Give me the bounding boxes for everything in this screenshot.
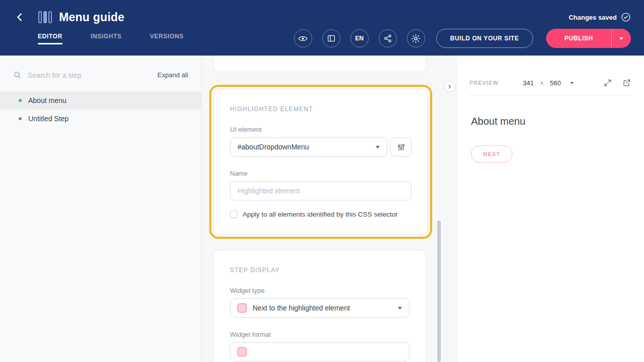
previous-card-partial: [213, 56, 426, 72]
header-tabs-row: EDITOR INSIGHTS VERSIONS: [0, 27, 644, 49]
language-button[interactable]: EN: [350, 29, 369, 47]
tooltip-widget-icon: [238, 347, 247, 356]
preview-eye-button[interactable]: [294, 29, 312, 47]
top-bar: Menu guide Changes saved EDITOR INSIGHTS…: [0, 0, 644, 56]
ui-element-label: UI element: [230, 126, 412, 133]
language-label: EN: [355, 35, 364, 42]
ui-element-select[interactable]: #aboutDropdownMenu: [230, 137, 387, 157]
chevron-down-icon: [570, 82, 574, 84]
search-step-input[interactable]: [28, 71, 157, 79]
step-item-untitled-step[interactable]: Untitled Step: [0, 110, 201, 128]
search-icon: [13, 71, 22, 79]
step-label: About menu: [28, 96, 67, 105]
section-title: HIGHLIGHTED ELEMENT: [230, 106, 412, 113]
preview-panel: PREVIEW 341 x 560 About menu NEXT: [456, 56, 644, 362]
preview-next-button[interactable]: NEXT: [471, 145, 512, 163]
widget-format-select[interactable]: [230, 342, 409, 361]
header-title-row: Menu guide Changes saved: [0, 0, 644, 27]
steps-list: About menu Untitled Step: [0, 91, 201, 128]
highlighted-element-card: HIGHLIGHTED ELEMENT UI element #aboutDro…: [213, 89, 428, 235]
build-on-your-site-button[interactable]: BUILD ON YOUR SITE: [436, 29, 534, 48]
selector-settings-button[interactable]: [390, 137, 412, 157]
chevron-down-icon: [376, 146, 380, 148]
chevron-down-icon: [619, 37, 623, 40]
ui-element-value: #aboutDropdownMenu: [238, 143, 309, 151]
tab-editor[interactable]: EDITOR: [38, 33, 63, 44]
gear-icon: [411, 34, 421, 43]
section-title: STEP DISPLAY: [230, 267, 409, 274]
publish-button[interactable]: PUBLISH: [546, 29, 631, 48]
chevron-right-icon: [447, 84, 452, 89]
highlighted-element-focus-ring: HIGHLIGHTED ELEMENT UI element #aboutDro…: [209, 85, 432, 239]
steps-sidebar: Expand all About menu Untitled Step: [0, 56, 202, 362]
highlighted-element-name-input[interactable]: [230, 181, 412, 200]
preview-body: About menu NEXT: [457, 95, 644, 183]
layout-panel-button[interactable]: [322, 29, 340, 47]
chevron-left-icon: [14, 12, 25, 23]
chevron-down-icon: [398, 307, 402, 309]
preview-size-separator: x: [540, 79, 543, 86]
preview-size-select[interactable]: 341 x 560: [523, 79, 574, 87]
open-in-new-tab-button[interactable]: [623, 79, 631, 87]
page-title: Menu guide: [59, 11, 125, 24]
layout-panel-icon: [327, 34, 336, 43]
apply-all-row: Apply to all elements identified by this…: [230, 211, 412, 218]
step-status-dot: [19, 117, 22, 120]
expand-icon: [604, 79, 612, 87]
share-button[interactable]: [379, 29, 397, 47]
expand-preview-button[interactable]: [604, 79, 612, 87]
expand-all-link[interactable]: Expand all: [157, 71, 188, 79]
step-label: Untitled Step: [28, 115, 69, 123]
widget-type-value: Next to the highlighted element: [253, 304, 350, 312]
step-status-dot: [19, 99, 22, 102]
widget-type-label: Widget type: [230, 287, 409, 294]
widget-format-label: Widget format: [230, 331, 409, 338]
apply-all-label: Apply to all elements identified by this…: [243, 211, 398, 218]
tab-versions[interactable]: VERSIONS: [150, 33, 184, 44]
step-item-about-menu[interactable]: About menu: [0, 91, 201, 110]
sliders-icon: [397, 143, 405, 151]
tab-insights[interactable]: INSIGHTS: [91, 33, 122, 44]
publish-dropdown-toggle[interactable]: [612, 37, 631, 40]
header-actions: EN BUILD ON YOUR SITE PUBLISH: [284, 29, 631, 48]
collapse-preview-button[interactable]: [444, 81, 455, 92]
external-link-icon: [623, 79, 631, 87]
changes-saved-status: Changes saved: [569, 12, 631, 22]
preview-label: PREVIEW: [470, 80, 499, 86]
step-search-row: Expand all: [0, 56, 201, 87]
check-circle-icon: [621, 12, 631, 22]
preview-height: 560: [550, 79, 561, 87]
publish-label: PUBLISH: [546, 35, 611, 42]
share-icon: [383, 34, 392, 43]
changes-saved-label: Changes saved: [569, 14, 617, 21]
name-label: Name: [230, 170, 412, 177]
back-button[interactable]: [13, 11, 26, 24]
preview-width: 341: [523, 79, 534, 87]
header-tabs: EDITOR INSIGHTS VERSIONS: [38, 33, 184, 44]
app-logo-icon: [38, 11, 52, 23]
widget-type-select[interactable]: Next to the highlighted element: [230, 298, 409, 318]
eye-icon: [298, 34, 308, 43]
preview-step-title: About menu: [471, 116, 630, 127]
settings-button[interactable]: [407, 29, 425, 47]
editor-scrollbar[interactable]: [437, 221, 441, 362]
step-display-card: STEP DISPLAY Widget type Next to the hig…: [213, 250, 426, 362]
tooltip-widget-icon: [238, 303, 247, 313]
preview-header: PREVIEW 341 x 560: [470, 56, 631, 95]
apply-all-checkbox[interactable]: [230, 211, 238, 218]
editor-main: HIGHLIGHTED ELEMENT UI element #aboutDro…: [202, 56, 456, 362]
